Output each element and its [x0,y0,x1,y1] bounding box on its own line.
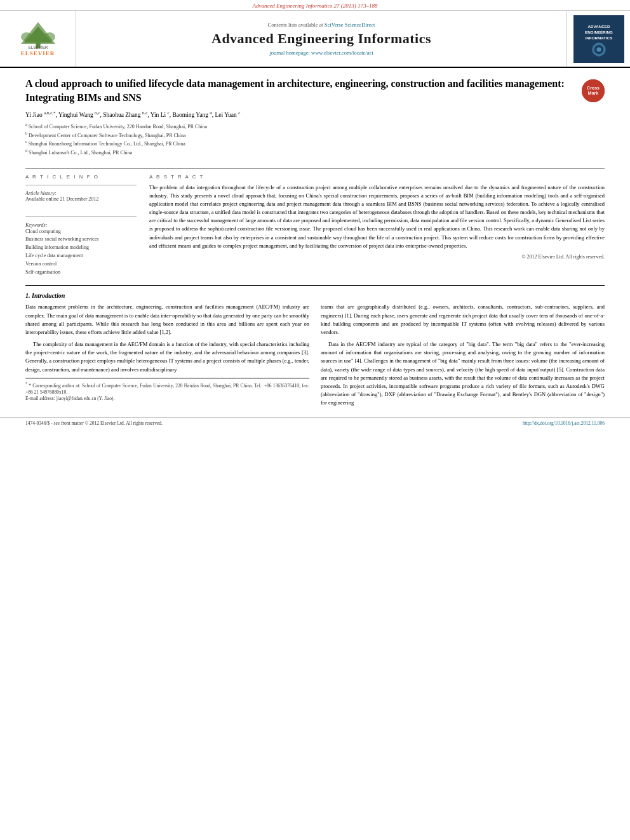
body-right-column: teams that are geographically distribute… [321,303,605,411]
keyword-1: Cloud computing [25,228,137,236]
section-heading-introduction: 1. Introduction [25,292,605,299]
elsevier-label: ELSEVIER [21,50,55,57]
authors-line: Yi Jiao a,b,c,*, Yinghui Wang b,c, Shaoh… [25,110,575,118]
intro-para-4: Data in the AEC/FM industry are typical … [321,340,605,407]
sciverse-link[interactable]: SciVerse ScienceDirect [325,22,375,28]
journal-header: ELSEVIER ELSEVIER Contents lists availab… [0,11,630,68]
article-info-column: A R T I C L E I N F O Article history: A… [25,174,137,279]
main-content: A cloud approach to unified lifecycle da… [0,68,630,417]
copyright-line: © 2012 Elsevier Ltd. All rights reserved… [149,254,605,260]
svg-text:INFORMATICS: INFORMATICS [585,35,612,39]
keyword-6: Self-organisation [25,269,137,277]
keyword-2: Business social networking services [25,236,137,244]
sciverse-line: Contents lists available at SciVerse Sci… [268,22,375,28]
history-label: Article history: [25,190,137,196]
keywords-label: Keywords: [25,222,137,228]
article-info-label: A R T I C L E I N F O [25,174,137,180]
elsevier-logo-box: ELSEVIER ELSEVIER [0,11,76,67]
svg-point-3 [21,32,32,41]
journal-homepage: journal homepage: www.elsevier.com/locat… [269,50,373,56]
section-divider [25,168,605,169]
keywords-divider [25,217,137,217]
footnote-section: * * Corresponding author at: School of C… [25,378,309,403]
crossmark-badge: Cross Mark [582,79,605,102]
svg-text:Mark: Mark [588,91,598,95]
body-columns: Data management problems in the architec… [25,303,605,411]
keywords-list: Cloud computing Business social networki… [25,228,137,277]
abstract-text: The problem of data integration througho… [149,183,605,250]
journal-logo-box: ADVANCED ENGINEERING INFORMATICS [566,11,630,67]
article-title-section: A cloud approach to unified lifecycle da… [25,77,605,162]
svg-text:ADVANCED: ADVANCED [587,24,610,29]
keyword-4: Life cycle data management [25,252,137,260]
body-left-column: Data management problems in the architec… [25,303,309,411]
svg-point-12 [596,47,601,51]
footnote-star: * * Corresponding author at: School of C… [25,381,309,396]
abstract-column: A B S T R A C T The problem of data inte… [149,174,605,279]
journal-center: Contents lists available at SciVerse Sci… [76,11,566,67]
article-title: A cloud approach to unified lifecycle da… [25,77,575,105]
affiliations: a School of Computer Science, Fudan Univ… [25,122,575,157]
svg-text:ENGINEERING: ENGINEERING [585,30,613,34]
intro-para-3: teams that are geographically distribute… [321,303,605,337]
svg-text:ELSEVIER: ELSEVIER [28,45,48,50]
info-divider [25,185,137,185]
journal-citation-bar: Advanced Engineering Informatics 27 (201… [0,0,630,11]
footnote-email: E-mail address: jiaoyi@fudan.edu.cn (Y. … [25,396,309,403]
abstract-label: A B S T R A C T [149,174,605,180]
article-title-text: A cloud approach to unified lifecycle da… [25,77,575,162]
svg-text:Cross: Cross [587,86,600,90]
issn-text: 1474-0346/$ - see front matter © 2012 El… [25,420,163,426]
crossmark-icon: Cross Mark [582,79,605,102]
elsevier-tree-icon: ELSEVIER [13,21,64,50]
available-online: Available online 21 December 2012 [25,196,137,202]
journal-title: Advanced Engineering Informatics [211,30,431,47]
article-history-item: Article history: Available online 21 Dec… [25,190,137,202]
intro-para-1: Data management problems in the architec… [25,303,309,337]
keywords-item: Keywords: Cloud computing Business socia… [25,222,137,277]
doi-link[interactable]: http://dx.doi.org/10.1016/j.aei.2012.11.… [523,420,605,426]
keyword-3: Building information modeling [25,244,137,252]
journal-logo-svg: ADVANCED ENGINEERING INFORMATICS [573,18,624,60]
intro-para-2: The complexity of data management in the… [25,340,309,374]
journal-citation: Advanced Engineering Informatics 27 (201… [252,3,377,9]
journal-logo-img: ADVANCED ENGINEERING INFORMATICS [573,15,624,63]
bottom-bar: 1474-0346/$ - see front matter © 2012 El… [0,417,630,429]
body-divider [25,285,605,286]
keyword-5: Version control [25,260,137,269]
info-abstract-columns: A R T I C L E I N F O Article history: A… [25,174,605,279]
svg-point-4 [44,32,55,41]
